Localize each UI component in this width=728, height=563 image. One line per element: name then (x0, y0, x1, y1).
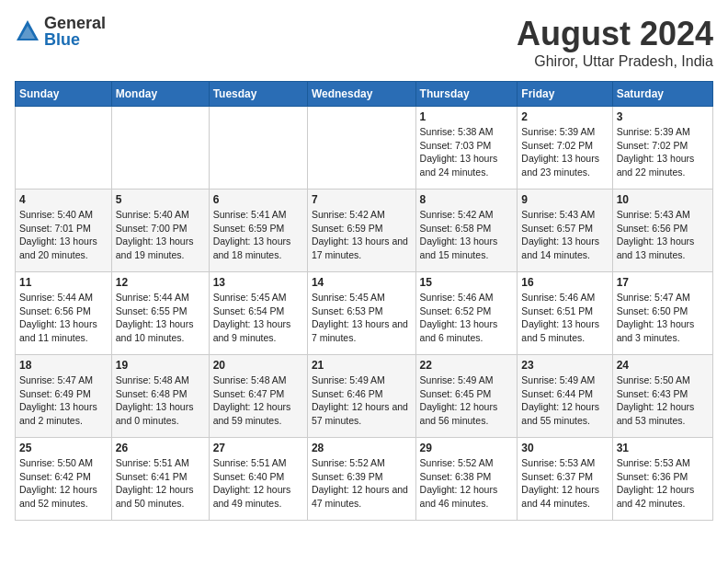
day-cell: 1Sunrise: 5:38 AM Sunset: 7:03 PM Daylig… (415, 107, 518, 190)
day-cell: 22Sunrise: 5:49 AM Sunset: 6:45 PM Dayli… (415, 355, 518, 438)
day-info: Sunrise: 5:44 AM Sunset: 6:56 PM Dayligh… (19, 291, 108, 345)
day-cell: 16Sunrise: 5:46 AM Sunset: 6:51 PM Dayli… (518, 272, 612, 355)
day-cell: 28Sunrise: 5:52 AM Sunset: 6:39 PM Dayli… (307, 438, 415, 521)
week-row-1: 1Sunrise: 5:38 AM Sunset: 7:03 PM Daylig… (16, 107, 713, 190)
day-info: Sunrise: 5:49 AM Sunset: 6:46 PM Dayligh… (312, 373, 412, 428)
day-number: 4 (19, 193, 108, 206)
day-cell: 18Sunrise: 5:47 AM Sunset: 6:49 PM Dayli… (16, 355, 112, 438)
day-number: 12 (116, 276, 205, 289)
day-info: Sunrise: 5:53 AM Sunset: 6:37 PM Dayligh… (521, 456, 608, 511)
page-header: General Blue August 2024 Ghiror, Uttar P… (15, 15, 713, 70)
day-cell: 17Sunrise: 5:47 AM Sunset: 6:50 PM Dayli… (612, 272, 712, 355)
day-info: Sunrise: 5:47 AM Sunset: 6:49 PM Dayligh… (19, 373, 108, 428)
day-number: 14 (312, 276, 412, 289)
day-info: Sunrise: 5:48 AM Sunset: 6:47 PM Dayligh… (213, 373, 303, 428)
main-title: August 2024 (517, 15, 713, 53)
day-info: Sunrise: 5:50 AM Sunset: 6:43 PM Dayligh… (617, 373, 709, 428)
logo: General Blue (15, 15, 106, 48)
day-number: 3 (617, 110, 709, 123)
logo-general-text: General (44, 15, 106, 31)
day-number: 5 (116, 193, 205, 206)
day-number: 24 (617, 359, 709, 372)
day-number: 1 (420, 110, 514, 123)
day-cell (111, 107, 209, 190)
header-monday: Monday (111, 82, 209, 107)
day-cell: 29Sunrise: 5:52 AM Sunset: 6:38 PM Dayli… (415, 438, 518, 521)
day-cell: 10Sunrise: 5:43 AM Sunset: 6:56 PM Dayli… (612, 190, 712, 272)
day-cell (307, 107, 415, 190)
day-info: Sunrise: 5:39 AM Sunset: 7:02 PM Dayligh… (617, 125, 709, 179)
day-info: Sunrise: 5:49 AM Sunset: 6:45 PM Dayligh… (420, 373, 514, 428)
day-cell: 27Sunrise: 5:51 AM Sunset: 6:40 PM Dayli… (209, 438, 307, 521)
day-info: Sunrise: 5:50 AM Sunset: 6:42 PM Dayligh… (19, 456, 108, 511)
day-cell: 25Sunrise: 5:50 AM Sunset: 6:42 PM Dayli… (16, 438, 112, 521)
day-number: 7 (312, 193, 412, 206)
day-cell: 6Sunrise: 5:41 AM Sunset: 6:59 PM Daylig… (209, 190, 307, 272)
header-wednesday: Wednesday (307, 82, 415, 107)
day-number: 28 (312, 442, 412, 454)
day-cell: 23Sunrise: 5:49 AM Sunset: 6:44 PM Dayli… (518, 355, 612, 438)
day-cell: 9Sunrise: 5:43 AM Sunset: 6:57 PM Daylig… (518, 190, 612, 272)
subtitle: Ghiror, Uttar Pradesh, India (517, 53, 713, 70)
day-info: Sunrise: 5:38 AM Sunset: 7:03 PM Dayligh… (420, 125, 514, 179)
day-info: Sunrise: 5:48 AM Sunset: 6:48 PM Dayligh… (116, 373, 205, 428)
day-number: 15 (420, 276, 514, 289)
day-info: Sunrise: 5:49 AM Sunset: 6:44 PM Dayligh… (521, 373, 608, 428)
day-cell (209, 107, 307, 190)
day-number: 16 (521, 276, 608, 289)
day-number: 29 (420, 442, 514, 454)
day-info: Sunrise: 5:46 AM Sunset: 6:52 PM Dayligh… (420, 291, 514, 345)
day-number: 31 (617, 442, 709, 454)
day-number: 2 (521, 110, 608, 123)
header-saturday: Saturday (612, 82, 712, 107)
day-number: 30 (521, 442, 608, 454)
header-row: SundayMondayTuesdayWednesdayThursdayFrid… (16, 82, 713, 107)
day-number: 9 (521, 193, 608, 206)
logo-blue-text: Blue (44, 31, 106, 48)
day-cell: 13Sunrise: 5:45 AM Sunset: 6:54 PM Dayli… (209, 272, 307, 355)
day-info: Sunrise: 5:43 AM Sunset: 6:57 PM Dayligh… (521, 208, 608, 262)
day-info: Sunrise: 5:45 AM Sunset: 6:53 PM Dayligh… (312, 291, 412, 345)
day-number: 23 (521, 359, 608, 372)
week-row-3: 11Sunrise: 5:44 AM Sunset: 6:56 PM Dayli… (16, 272, 713, 355)
day-cell: 24Sunrise: 5:50 AM Sunset: 6:43 PM Dayli… (612, 355, 712, 438)
day-number: 22 (420, 359, 514, 372)
day-cell: 11Sunrise: 5:44 AM Sunset: 6:56 PM Dayli… (16, 272, 112, 355)
header-thursday: Thursday (415, 82, 518, 107)
day-info: Sunrise: 5:40 AM Sunset: 7:01 PM Dayligh… (19, 208, 108, 262)
day-number: 10 (617, 193, 709, 206)
day-cell: 7Sunrise: 5:42 AM Sunset: 6:59 PM Daylig… (307, 190, 415, 272)
day-cell (16, 107, 112, 190)
week-row-2: 4Sunrise: 5:40 AM Sunset: 7:01 PM Daylig… (16, 190, 713, 272)
day-info: Sunrise: 5:43 AM Sunset: 6:56 PM Dayligh… (617, 208, 709, 262)
header-sunday: Sunday (16, 82, 112, 107)
week-row-5: 25Sunrise: 5:50 AM Sunset: 6:42 PM Dayli… (16, 438, 713, 521)
day-info: Sunrise: 5:51 AM Sunset: 6:40 PM Dayligh… (213, 456, 303, 511)
day-info: Sunrise: 5:46 AM Sunset: 6:51 PM Dayligh… (521, 291, 608, 345)
day-number: 13 (213, 276, 303, 289)
day-info: Sunrise: 5:42 AM Sunset: 6:58 PM Dayligh… (420, 208, 514, 262)
calendar-table: SundayMondayTuesdayWednesdayThursdayFrid… (15, 81, 713, 521)
day-cell: 20Sunrise: 5:48 AM Sunset: 6:47 PM Dayli… (209, 355, 307, 438)
title-section: August 2024 Ghiror, Uttar Pradesh, India (517, 15, 713, 70)
day-cell: 30Sunrise: 5:53 AM Sunset: 6:37 PM Dayli… (518, 438, 612, 521)
week-row-4: 18Sunrise: 5:47 AM Sunset: 6:49 PM Dayli… (16, 355, 713, 438)
header-friday: Friday (518, 82, 612, 107)
day-cell: 8Sunrise: 5:42 AM Sunset: 6:58 PM Daylig… (415, 190, 518, 272)
day-cell: 21Sunrise: 5:49 AM Sunset: 6:46 PM Dayli… (307, 355, 415, 438)
day-cell: 15Sunrise: 5:46 AM Sunset: 6:52 PM Dayli… (415, 272, 518, 355)
logo-icon (15, 18, 40, 44)
day-number: 8 (420, 193, 514, 206)
day-cell: 4Sunrise: 5:40 AM Sunset: 7:01 PM Daylig… (16, 190, 112, 272)
day-number: 11 (19, 276, 108, 289)
header-tuesday: Tuesday (209, 82, 307, 107)
day-info: Sunrise: 5:45 AM Sunset: 6:54 PM Dayligh… (213, 291, 303, 345)
day-cell: 26Sunrise: 5:51 AM Sunset: 6:41 PM Dayli… (111, 438, 209, 521)
day-cell: 14Sunrise: 5:45 AM Sunset: 6:53 PM Dayli… (307, 272, 415, 355)
day-info: Sunrise: 5:52 AM Sunset: 6:39 PM Dayligh… (312, 456, 412, 511)
day-info: Sunrise: 5:53 AM Sunset: 6:36 PM Dayligh… (617, 456, 709, 511)
day-info: Sunrise: 5:44 AM Sunset: 6:55 PM Dayligh… (116, 291, 205, 345)
day-cell: 2Sunrise: 5:39 AM Sunset: 7:02 PM Daylig… (518, 107, 612, 190)
day-info: Sunrise: 5:51 AM Sunset: 6:41 PM Dayligh… (116, 456, 205, 511)
day-info: Sunrise: 5:39 AM Sunset: 7:02 PM Dayligh… (521, 125, 608, 179)
